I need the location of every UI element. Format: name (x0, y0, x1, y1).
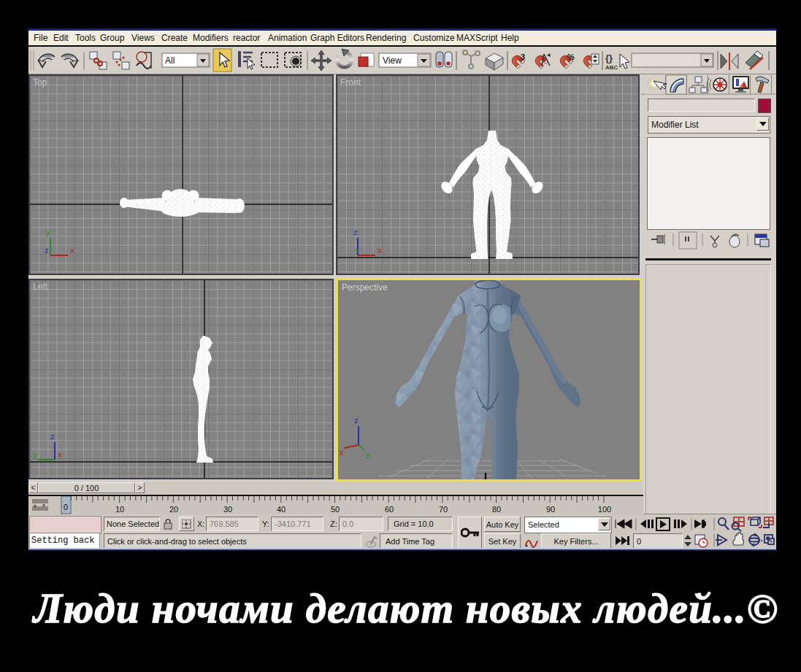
svg-text:x: x (70, 246, 74, 255)
svg-text:x: x (340, 448, 344, 457)
svg-text:Perspective: Perspective (342, 282, 388, 293)
svg-text:10: 10 (115, 505, 124, 514)
svg-text:50: 50 (331, 505, 340, 514)
svg-text:ABC: ABC (605, 64, 618, 71)
svg-text:x: x (377, 246, 382, 255)
svg-text:{}: {} (605, 53, 613, 63)
svg-text:30: 30 (223, 505, 232, 514)
svg-text:40: 40 (277, 505, 285, 514)
svg-text:0: 0 (64, 503, 68, 511)
svg-text:80: 80 (492, 505, 501, 514)
svg-text:Front: Front (340, 77, 361, 88)
svg-text:3: 3 (521, 53, 525, 61)
svg-text:20: 20 (169, 505, 178, 514)
svg-text:y: y (46, 228, 50, 236)
svg-text:z: z (50, 432, 55, 441)
svg-text:z: z (353, 228, 358, 236)
svg-text:y: y (355, 246, 359, 255)
svg-text:Top: Top (33, 77, 47, 88)
svg-text:x: x (58, 450, 62, 459)
svg-text:100: 100 (598, 505, 611, 514)
svg-text:90: 90 (546, 505, 555, 514)
svg-text:z: z (45, 246, 49, 255)
svg-text:60: 60 (385, 505, 394, 514)
svg-text:y: y (366, 450, 370, 459)
svg-text:z: z (354, 416, 359, 425)
svg-text:All: All (165, 55, 175, 66)
svg-text:%: % (567, 53, 575, 61)
svg-text:View: View (383, 55, 402, 66)
svg-text:Left: Left (33, 282, 48, 292)
svg-text:y: y (33, 450, 37, 459)
svg-text:70: 70 (439, 505, 448, 514)
